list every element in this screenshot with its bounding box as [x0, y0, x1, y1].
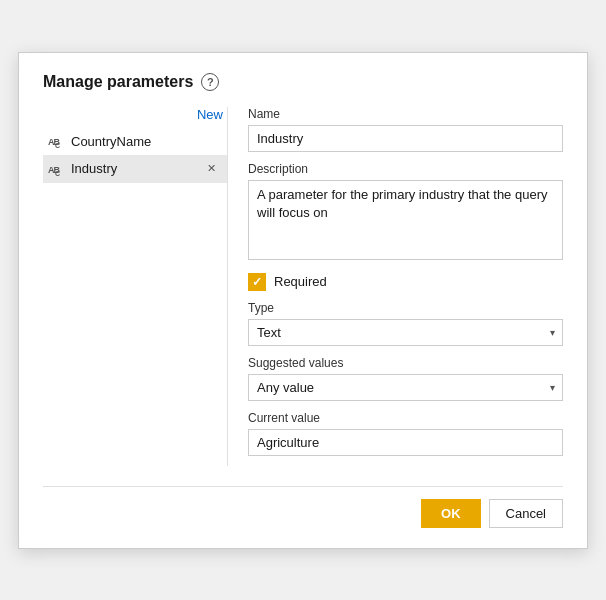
name-input[interactable] [248, 125, 563, 152]
suggested-select-wrapper: Any value List of values ▾ [248, 374, 563, 401]
name-label: Name [248, 107, 563, 121]
required-label: Required [274, 274, 327, 289]
param-item-countryname[interactable]: AB C CountryName [43, 128, 227, 155]
svg-text:C: C [55, 142, 60, 148]
current-label: Current value [248, 411, 563, 425]
description-label: Description [248, 162, 563, 176]
dialog-footer: OK Cancel [43, 486, 563, 528]
suggested-select[interactable]: Any value List of values [248, 374, 563, 401]
close-industry-icon[interactable]: ✕ [203, 161, 219, 177]
param-type-icon-countryname: AB C [47, 134, 65, 148]
param-item-industry[interactable]: AB C Industry ✕ [43, 155, 227, 183]
dialog-title: Manage parameters [43, 73, 193, 91]
cancel-button[interactable]: Cancel [489, 499, 563, 528]
right-panel: Name Description A parameter for the pri… [228, 107, 563, 466]
suggested-label: Suggested values [248, 356, 563, 370]
param-type-icon-industry: AB C [47, 162, 65, 176]
dialog-body: New AB C CountryName AB C [43, 107, 563, 466]
manage-parameters-dialog: Manage parameters ? New AB C CountryName [18, 52, 588, 549]
type-label: Type [248, 301, 563, 315]
new-link[interactable]: New [197, 107, 223, 122]
description-input[interactable]: A parameter for the primary industry tha… [248, 180, 563, 260]
svg-text:C: C [55, 170, 60, 176]
left-panel-header: New [43, 107, 227, 128]
required-checkbox[interactable]: ✓ [248, 273, 266, 291]
param-label-countryname: CountryName [71, 134, 219, 149]
checkmark-icon: ✓ [252, 276, 262, 288]
type-select[interactable]: Text Number Date Boolean [248, 319, 563, 346]
ok-button[interactable]: OK [421, 499, 481, 528]
current-value-input[interactable] [248, 429, 563, 456]
left-panel: New AB C CountryName AB C [43, 107, 228, 466]
dialog-title-row: Manage parameters ? [43, 73, 563, 91]
required-row: ✓ Required [248, 273, 563, 291]
type-select-wrapper: Text Number Date Boolean ▾ [248, 319, 563, 346]
help-icon[interactable]: ? [201, 73, 219, 91]
param-label-industry: Industry [71, 161, 197, 176]
